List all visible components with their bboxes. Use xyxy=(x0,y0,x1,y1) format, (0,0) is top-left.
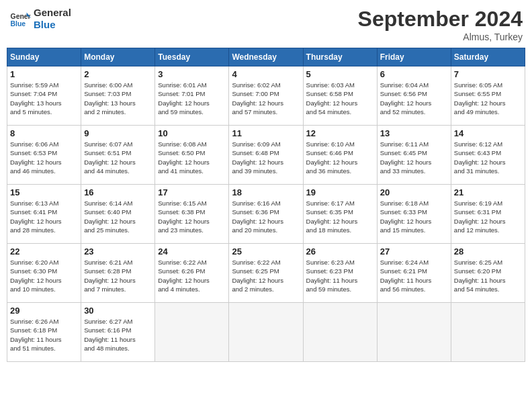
calendar-table: SundayMondayTuesdayWednesdayThursdayFrid… xyxy=(7,48,525,362)
svg-text:General: General xyxy=(11,13,31,20)
calendar-cell: 6Sunrise: 6:04 AM Sunset: 6:56 PM Daylig… xyxy=(377,66,451,126)
calendar-cell: 30Sunrise: 6:27 AM Sunset: 6:16 PM Dayli… xyxy=(81,303,155,362)
calendar-cell: 11Sunrise: 6:09 AM Sunset: 6:48 PM Dayli… xyxy=(229,126,303,185)
day-info: Sunrise: 6:00 AM Sunset: 7:03 PM Dayligh… xyxy=(84,81,152,116)
day-info: Sunrise: 6:24 AM Sunset: 6:21 PM Dayligh… xyxy=(380,258,448,293)
day-info: Sunrise: 6:16 AM Sunset: 6:36 PM Dayligh… xyxy=(232,199,300,234)
calendar-cell: 2Sunrise: 6:00 AM Sunset: 7:03 PM Daylig… xyxy=(81,66,155,126)
day-number: 24 xyxy=(158,246,226,257)
day-info: Sunrise: 6:09 AM Sunset: 6:48 PM Dayligh… xyxy=(232,140,300,175)
calendar-cell xyxy=(229,303,303,362)
calendar-cell: 29Sunrise: 6:26 AM Sunset: 6:18 PM Dayli… xyxy=(7,303,81,362)
day-number: 23 xyxy=(84,246,152,257)
day-number: 30 xyxy=(84,306,152,316)
calendar-cell: 24Sunrise: 6:22 AM Sunset: 6:26 PM Dayli… xyxy=(155,244,229,303)
day-info: Sunrise: 6:17 AM Sunset: 6:35 PM Dayligh… xyxy=(306,199,374,234)
day-info: Sunrise: 6:12 AM Sunset: 6:43 PM Dayligh… xyxy=(454,140,522,175)
day-number: 6 xyxy=(380,69,448,79)
day-number: 11 xyxy=(232,128,300,138)
week-row-4: 22Sunrise: 6:20 AM Sunset: 6:30 PM Dayli… xyxy=(7,244,525,303)
logo-icon: General Blue xyxy=(9,8,31,30)
calendar-cell: 21Sunrise: 6:19 AM Sunset: 6:31 PM Dayli… xyxy=(451,185,525,244)
calendar-cell: 22Sunrise: 6:20 AM Sunset: 6:30 PM Dayli… xyxy=(7,244,81,303)
calendar-cell: 28Sunrise: 6:25 AM Sunset: 6:20 PM Dayli… xyxy=(451,244,525,303)
weekday-header-tuesday: Tuesday xyxy=(155,48,229,66)
day-info: Sunrise: 6:01 AM Sunset: 7:01 PM Dayligh… xyxy=(158,81,226,116)
day-number: 16 xyxy=(84,187,152,197)
weekday-header-monday: Monday xyxy=(81,48,155,66)
day-number: 1 xyxy=(10,69,78,79)
day-number: 18 xyxy=(232,187,300,197)
weekday-header-saturday: Saturday xyxy=(451,48,525,66)
day-number: 29 xyxy=(10,306,78,316)
day-number: 12 xyxy=(306,128,374,138)
month-title: September 2024 xyxy=(358,7,523,32)
weekday-header-sunday: Sunday xyxy=(7,48,81,66)
day-info: Sunrise: 6:03 AM Sunset: 6:58 PM Dayligh… xyxy=(306,81,374,116)
calendar-cell: 27Sunrise: 6:24 AM Sunset: 6:21 PM Dayli… xyxy=(377,244,451,303)
calendar-cell: 19Sunrise: 6:17 AM Sunset: 6:35 PM Dayli… xyxy=(303,185,377,244)
calendar-cell: 15Sunrise: 6:13 AM Sunset: 6:41 PM Dayli… xyxy=(7,185,81,244)
calendar-cell: 9Sunrise: 6:07 AM Sunset: 6:51 PM Daylig… xyxy=(81,126,155,185)
day-info: Sunrise: 6:05 AM Sunset: 6:55 PM Dayligh… xyxy=(454,81,522,116)
day-info: Sunrise: 6:27 AM Sunset: 6:16 PM Dayligh… xyxy=(84,317,152,353)
day-number: 27 xyxy=(380,246,448,257)
calendar-cell: 3Sunrise: 6:01 AM Sunset: 7:01 PM Daylig… xyxy=(155,66,229,126)
day-info: Sunrise: 6:21 AM Sunset: 6:28 PM Dayligh… xyxy=(84,258,152,293)
weekday-header-friday: Friday xyxy=(377,48,451,66)
calendar-cell: 14Sunrise: 6:12 AM Sunset: 6:43 PM Dayli… xyxy=(451,126,525,185)
calendar-cell: 7Sunrise: 6:05 AM Sunset: 6:55 PM Daylig… xyxy=(451,66,525,126)
day-number: 20 xyxy=(380,187,448,197)
day-info: Sunrise: 6:22 AM Sunset: 6:26 PM Dayligh… xyxy=(158,258,226,293)
calendar-cell xyxy=(303,303,377,362)
calendar-cell: 8Sunrise: 6:06 AM Sunset: 6:53 PM Daylig… xyxy=(7,126,81,185)
week-row-2: 8Sunrise: 6:06 AM Sunset: 6:53 PM Daylig… xyxy=(7,126,525,185)
calendar-cell: 25Sunrise: 6:22 AM Sunset: 6:25 PM Dayli… xyxy=(229,244,303,303)
day-info: Sunrise: 6:23 AM Sunset: 6:23 PM Dayligh… xyxy=(306,258,374,293)
calendar-cell: 5Sunrise: 6:03 AM Sunset: 6:58 PM Daylig… xyxy=(303,66,377,126)
calendar-cell: 10Sunrise: 6:08 AM Sunset: 6:50 PM Dayli… xyxy=(155,126,229,185)
day-number: 8 xyxy=(10,128,78,138)
day-number: 7 xyxy=(454,69,522,79)
calendar-cell: 23Sunrise: 6:21 AM Sunset: 6:28 PM Dayli… xyxy=(81,244,155,303)
day-info: Sunrise: 6:07 AM Sunset: 6:51 PM Dayligh… xyxy=(84,140,152,175)
day-number: 4 xyxy=(232,69,300,79)
svg-text:Blue: Blue xyxy=(11,20,26,28)
calendar-cell: 20Sunrise: 6:18 AM Sunset: 6:33 PM Dayli… xyxy=(377,185,451,244)
day-number: 5 xyxy=(306,69,374,79)
day-number: 10 xyxy=(158,128,226,138)
page-header: General Blue General Blue September 2024… xyxy=(7,7,525,42)
day-number: 13 xyxy=(380,128,448,138)
week-row-1: 1Sunrise: 5:59 AM Sunset: 7:04 PM Daylig… xyxy=(7,66,525,126)
day-info: Sunrise: 6:22 AM Sunset: 6:25 PM Dayligh… xyxy=(232,258,300,293)
calendar-cell: 16Sunrise: 6:14 AM Sunset: 6:40 PM Dayli… xyxy=(81,185,155,244)
week-row-3: 15Sunrise: 6:13 AM Sunset: 6:41 PM Dayli… xyxy=(7,185,525,244)
day-number: 26 xyxy=(306,246,374,257)
day-info: Sunrise: 6:02 AM Sunset: 7:00 PM Dayligh… xyxy=(232,81,300,116)
calendar-cell: 13Sunrise: 6:11 AM Sunset: 6:45 PM Dayli… xyxy=(377,126,451,185)
day-info: Sunrise: 6:08 AM Sunset: 6:50 PM Dayligh… xyxy=(158,140,226,175)
day-info: Sunrise: 5:59 AM Sunset: 7:04 PM Dayligh… xyxy=(10,81,78,116)
calendar-cell: 1Sunrise: 5:59 AM Sunset: 7:04 PM Daylig… xyxy=(7,66,81,126)
day-info: Sunrise: 6:18 AM Sunset: 6:33 PM Dayligh… xyxy=(380,199,448,234)
day-number: 3 xyxy=(158,69,226,79)
weekday-header-row: SundayMondayTuesdayWednesdayThursdayFrid… xyxy=(7,48,525,66)
day-number: 19 xyxy=(306,187,374,197)
day-number: 9 xyxy=(84,128,152,138)
calendar-cell: 17Sunrise: 6:15 AM Sunset: 6:38 PM Dayli… xyxy=(155,185,229,244)
day-number: 2 xyxy=(84,69,152,79)
calendar-cell: 12Sunrise: 6:10 AM Sunset: 6:46 PM Dayli… xyxy=(303,126,377,185)
calendar-cell: 4Sunrise: 6:02 AM Sunset: 7:00 PM Daylig… xyxy=(229,66,303,126)
day-info: Sunrise: 6:19 AM Sunset: 6:31 PM Dayligh… xyxy=(454,199,522,234)
calendar-cell: 18Sunrise: 6:16 AM Sunset: 6:36 PM Dayli… xyxy=(229,185,303,244)
day-info: Sunrise: 6:11 AM Sunset: 6:45 PM Dayligh… xyxy=(380,140,448,175)
day-info: Sunrise: 6:25 AM Sunset: 6:20 PM Dayligh… xyxy=(454,258,522,293)
day-info: Sunrise: 6:14 AM Sunset: 6:40 PM Dayligh… xyxy=(84,199,152,234)
calendar-cell xyxy=(451,303,525,362)
logo: General Blue General Blue xyxy=(9,7,71,31)
day-number: 17 xyxy=(158,187,226,197)
weekday-header-thursday: Thursday xyxy=(303,48,377,66)
day-info: Sunrise: 6:20 AM Sunset: 6:30 PM Dayligh… xyxy=(10,258,78,293)
day-info: Sunrise: 6:06 AM Sunset: 6:53 PM Dayligh… xyxy=(10,140,78,175)
day-number: 25 xyxy=(232,246,300,257)
